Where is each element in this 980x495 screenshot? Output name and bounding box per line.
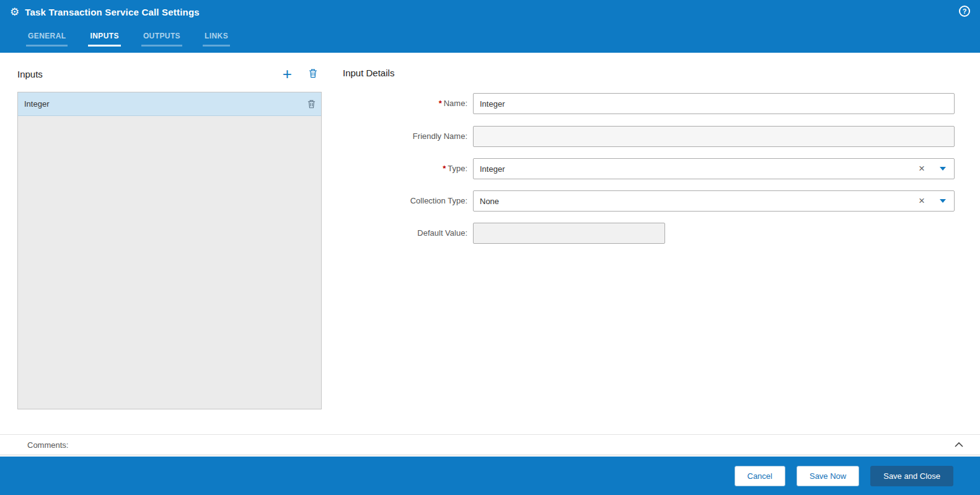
collection-type-dropdown[interactable]: None × xyxy=(473,190,955,212)
save-now-button[interactable]: Save Now xyxy=(797,466,859,486)
inputs-panel-title: Inputs xyxy=(17,69,280,79)
chevron-up-icon[interactable] xyxy=(954,441,964,448)
save-and-close-button[interactable]: Save and Close xyxy=(870,466,953,486)
type-field-row: *Type: Integer × xyxy=(343,158,955,179)
titlebar: ⚙ Task Transaction Service Call Settings xyxy=(0,0,980,24)
list-item-label: Integer xyxy=(24,99,307,109)
inputs-list: Integer xyxy=(17,92,322,409)
tab-outputs[interactable]: OUTPUTS xyxy=(141,27,182,47)
gear-icon: ⚙ xyxy=(10,7,19,17)
details-panel-title: Input Details xyxy=(343,68,394,78)
clear-icon[interactable]: × xyxy=(912,159,932,179)
footer: Cancel Save Now Save and Close xyxy=(0,457,980,495)
type-dropdown[interactable]: Integer × xyxy=(473,158,955,179)
add-input-button[interactable]: + xyxy=(280,68,294,80)
comments-label: Comments: xyxy=(27,440,954,450)
delete-input-button[interactable] xyxy=(304,68,322,80)
inputs-panel-header: Inputs + xyxy=(17,64,322,84)
type-dropdown-value: Integer xyxy=(480,164,912,174)
default-value-input[interactable] xyxy=(473,223,665,244)
collection-type-dropdown-value: None xyxy=(480,197,912,206)
default-value-field-row: Default Value: xyxy=(343,223,665,244)
friendly-name-label: Friendly Name: xyxy=(343,126,473,147)
name-label: *Name: xyxy=(343,93,473,114)
friendly-name-field-row: Friendly Name: xyxy=(343,126,955,147)
name-input[interactable] xyxy=(473,93,955,114)
cancel-button[interactable]: Cancel xyxy=(735,466,785,486)
dropdown-caret-icon[interactable] xyxy=(932,167,954,171)
help-icon[interactable]: ? xyxy=(959,6,970,17)
list-item[interactable]: Integer xyxy=(18,92,321,116)
clear-icon[interactable]: × xyxy=(912,191,932,211)
required-marker: * xyxy=(439,99,442,108)
dropdown-caret-icon[interactable] xyxy=(932,199,954,203)
row-trash-icon[interactable] xyxy=(307,99,316,109)
type-label: *Type: xyxy=(343,158,473,179)
collection-type-label: Collection Type: xyxy=(343,190,473,212)
tab-general[interactable]: GENERAL xyxy=(26,27,68,47)
collection-type-field-row: Collection Type: None × xyxy=(343,190,955,212)
friendly-name-input[interactable] xyxy=(473,126,955,147)
comments-bar[interactable]: Comments: xyxy=(0,434,980,455)
tab-inputs[interactable]: INPUTS xyxy=(88,27,120,47)
required-marker: * xyxy=(443,164,446,173)
default-value-label: Default Value: xyxy=(343,223,473,244)
tab-links[interactable]: LINKS xyxy=(203,27,230,47)
dialog-title: Task Transaction Service Call Settings xyxy=(25,7,200,17)
trash-icon xyxy=(308,68,318,80)
name-field-row: *Name: xyxy=(343,93,955,114)
settings-dialog: ⚙ Task Transaction Service Call Settings… xyxy=(0,0,980,495)
header: ⚙ Task Transaction Service Call Settings… xyxy=(0,0,980,53)
tab-bar: GENERAL INPUTS OUTPUTS LINKS xyxy=(0,24,980,47)
